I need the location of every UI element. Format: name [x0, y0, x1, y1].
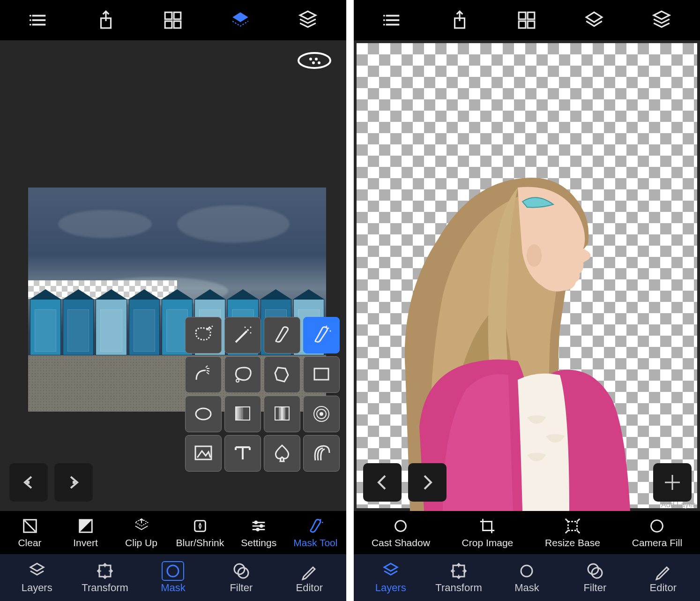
undo-button[interactable]	[9, 463, 48, 502]
rectangle-tool[interactable]	[303, 356, 340, 393]
invert-action[interactable]: Invert	[65, 517, 107, 548]
canvas-area[interactable]	[0, 40, 346, 511]
nav-transform[interactable]: Transform	[74, 561, 135, 594]
freehand-lasso-tool[interactable]	[224, 356, 261, 393]
top-toolbar	[354, 0, 700, 40]
list-icon[interactable]	[25, 7, 52, 33]
gradient-mirror-tool[interactable]	[264, 396, 300, 432]
add-layer-label: Add Layer	[661, 501, 695, 509]
camera-fill-label: Camera Fill	[632, 537, 682, 548]
text-tool[interactable]	[224, 435, 261, 472]
right-screen: Add Layer Cast Shadow Crop Image Resize …	[354, 0, 700, 601]
clip-up-action[interactable]: Clip Up	[120, 517, 163, 548]
nav-layers-label: Layers	[375, 582, 406, 594]
cast-shadow-action[interactable]: Cast Shadow	[372, 517, 430, 548]
nav-layers[interactable]: Layers	[7, 561, 67, 594]
spade-shape-tool[interactable]	[264, 435, 300, 472]
nav-editor[interactable]: Editor	[633, 561, 693, 594]
gradient-linear-tool[interactable]	[224, 396, 261, 432]
crop-image-label: Crop Image	[462, 537, 514, 548]
nav-transform-label: Transform	[82, 582, 128, 594]
prev-next-pad	[363, 463, 447, 502]
svg-point-61	[527, 244, 542, 267]
nav-editor-label: Editor	[650, 582, 677, 594]
arc-rays-tool[interactable]	[185, 356, 222, 393]
mask-action-bar: Clear Invert Clip Up Blur/Shrink Setting…	[0, 511, 346, 554]
nav-transform[interactable]: Transform	[428, 561, 489, 594]
nav-filter[interactable]: Filter	[565, 561, 626, 594]
next-layer-button[interactable]	[408, 463, 447, 502]
mask-tool-action[interactable]: Mask Tool	[293, 517, 337, 548]
camera-fill-action[interactable]: Camera Fill	[632, 517, 682, 548]
grid-icon[interactable]	[160, 7, 186, 33]
redo-button[interactable]	[54, 463, 93, 502]
layer-action-bar: Cast Shadow Crop Image Resize Base Camer…	[354, 511, 700, 554]
nav-layers-label: Layers	[22, 582, 52, 594]
nav-transform-label: Transform	[435, 582, 482, 594]
clear-action[interactable]: Clear	[9, 517, 51, 548]
hair-tool[interactable]	[303, 435, 340, 472]
share-icon[interactable]	[93, 7, 119, 33]
settings-action[interactable]: Settings	[238, 517, 280, 548]
mountain-image-tool[interactable]	[185, 435, 222, 472]
sparkle-brush-tool[interactable]	[303, 317, 340, 353]
layer-selected-icon[interactable]	[227, 7, 253, 33]
nav-mask[interactable]: Mask	[142, 561, 203, 594]
resize-base-label: Resize Base	[545, 537, 600, 548]
brush-tool[interactable]	[264, 317, 300, 353]
prev-layer-button[interactable]	[363, 463, 402, 502]
bottom-nav: Layers Transform Mask Filter Editor	[0, 554, 346, 601]
top-toolbar	[0, 0, 346, 40]
crop-image-action[interactable]: Crop Image	[462, 517, 514, 548]
nav-filter-label: Filter	[583, 582, 606, 594]
magic-wand-tool[interactable]	[224, 317, 261, 353]
blur-shrink-action[interactable]: Blur/Shrink	[176, 517, 224, 548]
nav-layers[interactable]: Layers	[360, 561, 421, 594]
clip-up-label: Clip Up	[125, 537, 157, 548]
nav-filter[interactable]: Filter	[211, 561, 272, 594]
nav-mask-label: Mask	[514, 582, 539, 594]
layers-stack-icon[interactable]	[648, 7, 675, 33]
blur-shrink-label: Blur/Shrink	[176, 537, 224, 548]
nav-mask-label: Mask	[161, 582, 186, 594]
add-layer-button[interactable]	[653, 463, 692, 502]
undo-redo-pad	[9, 463, 93, 502]
nav-mask[interactable]: Mask	[496, 561, 557, 594]
clear-label: Clear	[18, 537, 41, 548]
radial-tool[interactable]	[303, 396, 340, 432]
layers-stack-icon[interactable]	[295, 7, 321, 33]
cast-shadow-label: Cast Shadow	[372, 537, 430, 548]
layers-outline-icon[interactable]	[581, 7, 607, 33]
left-screen: Clear Invert Clip Up Blur/Shrink Setting…	[0, 0, 346, 601]
nav-filter-label: Filter	[230, 582, 253, 594]
resize-base-action[interactable]: Resize Base	[545, 517, 600, 548]
bottom-nav: Layers Transform Mask Filter Editor	[354, 554, 700, 601]
cutout-subject-girl	[368, 127, 668, 511]
visibility-checker-icon[interactable]	[298, 51, 331, 70]
list-icon[interactable]	[379, 7, 405, 33]
nav-editor-label: Editor	[296, 582, 323, 594]
ellipse-tool[interactable]	[185, 396, 222, 432]
grid-icon[interactable]	[514, 7, 540, 33]
smart-shape-tool[interactable]	[264, 356, 300, 393]
mask-tool-grid	[185, 317, 343, 472]
mask-tool-label: Mask Tool	[293, 537, 337, 548]
share-icon[interactable]	[447, 7, 473, 33]
settings-label: Settings	[241, 537, 276, 548]
canvas-area[interactable]: Add Layer	[354, 40, 700, 511]
magic-lasso-tool[interactable]	[185, 317, 222, 353]
nav-editor[interactable]: Editor	[279, 561, 340, 594]
invert-label: Invert	[73, 537, 98, 548]
